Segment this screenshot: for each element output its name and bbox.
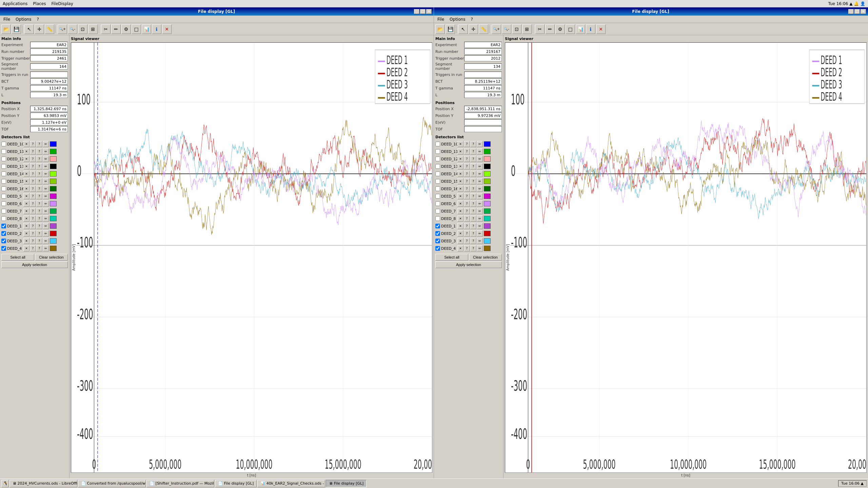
toolbar-cursor-left[interactable]: ↖ — [24, 24, 34, 34]
detector-edit-btn-deed_10-left[interactable]: ✏ — [43, 141, 49, 147]
detector-unknown2-btn-deed_7-left[interactable]: ? — [36, 208, 42, 214]
detector-remove-btn-deed_10-left[interactable]: ✕ — [23, 141, 29, 147]
detector-unknown1-btn-deed_3-left[interactable]: ? — [30, 238, 36, 244]
toolbar-cross-right[interactable]: ✛ — [469, 24, 478, 34]
detector-checkbox-deed_11-left[interactable] — [1, 149, 6, 154]
menu-help-left[interactable]: ? — [35, 17, 40, 22]
detector-checkbox-deed_16-left[interactable] — [1, 186, 6, 191]
detector-checkbox-deed_15-left[interactable] — [1, 179, 6, 184]
detector-color-deed_15-left[interactable] — [50, 179, 57, 184]
detector-remove-btn-deed_15-left[interactable]: ✕ — [23, 178, 29, 184]
detector-checkbox-deed_14-left[interactable] — [1, 171, 6, 176]
detector-checkbox-deed_1-right[interactable] — [435, 224, 440, 228]
detector-checkbox-deed_7-left[interactable] — [1, 209, 6, 214]
detector-color-deed_15-right[interactable] — [484, 179, 491, 184]
detector-checkbox-deed_10-right[interactable] — [435, 142, 440, 146]
detector-edit-btn-deed_2-right[interactable]: ✏ — [477, 230, 483, 237]
detector-unknown1-btn-deed_15-left[interactable]: ? — [30, 178, 36, 184]
detector-color-deed_3-right[interactable] — [484, 238, 491, 244]
detector-unknown2-btn-deed_7-right[interactable]: ? — [470, 208, 476, 214]
taskbar-item-2[interactable]: 📄 [Shifter_Instruction.pdf — Mozilla Fi.… — [146, 480, 214, 487]
detector-remove-btn-deed_14-left[interactable]: ✕ — [23, 171, 29, 177]
detector-remove-btn-deed_3-left[interactable]: ✕ — [23, 238, 29, 244]
detector-remove-btn-deed_1-right[interactable]: ✕ — [457, 223, 463, 229]
app-applications[interactable]: Applications — [3, 1, 27, 6]
detector-unknown1-btn-deed_11-left[interactable]: ? — [30, 148, 36, 155]
detector-checkbox-deed_6-left[interactable] — [1, 201, 6, 206]
apply-selection-btn-right[interactable]: Apply selection — [435, 261, 502, 268]
detector-unknown2-btn-deed_3-left[interactable]: ? — [36, 238, 42, 244]
detector-edit-btn-deed_13-right[interactable]: ✏ — [477, 163, 483, 169]
detector-color-deed_8-right[interactable] — [484, 216, 491, 221]
detector-unknown2-btn-deed_6-right[interactable]: ? — [470, 201, 476, 207]
detector-remove-btn-deed_11-right[interactable]: ✕ — [457, 148, 463, 155]
detector-remove-btn-deed_7-right[interactable]: ✕ — [457, 208, 463, 214]
detector-checkbox-deed_5-right[interactable] — [435, 194, 440, 199]
toolbar-zoomin-right[interactable]: 🔍+ — [492, 24, 501, 34]
detector-checkbox-deed_1-left[interactable] — [1, 224, 6, 228]
detector-color-deed_16-left[interactable] — [50, 186, 57, 191]
toolbar-chart-right[interactable]: 📊 — [576, 24, 585, 34]
detector-edit-btn-deed_13-left[interactable]: ✏ — [43, 163, 49, 169]
detector-checkbox-deed_12-right[interactable] — [435, 157, 440, 161]
detector-unknown2-btn-deed_8-left[interactable]: ? — [36, 216, 42, 222]
detector-unknown1-btn-deed_2-left[interactable]: ? — [30, 230, 36, 237]
detector-unknown2-btn-deed_12-left[interactable]: ? — [36, 156, 42, 162]
detector-color-deed_13-left[interactable] — [50, 164, 57, 169]
detector-color-deed_6-right[interactable] — [484, 201, 491, 206]
detector-remove-btn-deed_12-left[interactable]: ✕ — [23, 156, 29, 162]
menu-help-right[interactable]: ? — [469, 17, 474, 22]
detector-unknown1-btn-deed_13-left[interactable]: ? — [30, 163, 36, 169]
detector-remove-btn-deed_16-left[interactable]: ✕ — [23, 186, 29, 192]
minimize-btn-right[interactable]: _ — [848, 9, 854, 14]
detector-edit-btn-deed_11-right[interactable]: ✏ — [477, 148, 483, 155]
detector-color-deed_10-right[interactable] — [484, 141, 491, 147]
detector-color-deed_4-left[interactable] — [50, 246, 57, 251]
detector-unknown1-btn-deed_1-left[interactable]: ? — [30, 223, 36, 229]
toolbar-close-left[interactable]: ✕ — [162, 24, 172, 34]
detector-edit-btn-deed_2-left[interactable]: ✏ — [43, 230, 49, 237]
detector-unknown1-btn-deed_13-right[interactable]: ? — [464, 163, 470, 169]
detector-unknown2-btn-deed_5-left[interactable]: ? — [36, 193, 42, 199]
maximize-btn-right[interactable]: □ — [854, 9, 860, 14]
detector-remove-btn-deed_10-right[interactable]: ✕ — [457, 141, 463, 147]
detector-unknown2-btn-deed_11-right[interactable]: ? — [470, 148, 476, 155]
detector-unknown2-btn-deed_1-left[interactable]: ? — [36, 223, 42, 229]
titlebar-controls-right[interactable]: _ □ ✕ — [848, 9, 866, 14]
detector-edit-btn-deed_6-right[interactable]: ✏ — [477, 201, 483, 207]
detector-remove-btn-deed_16-right[interactable]: ✕ — [457, 186, 463, 192]
detector-checkbox-deed_16-right[interactable] — [435, 186, 440, 191]
detector-unknown2-btn-deed_4-right[interactable]: ? — [470, 245, 476, 251]
detector-unknown1-btn-deed_12-left[interactable]: ? — [30, 156, 36, 162]
detector-unknown2-btn-deed_14-right[interactable]: ? — [470, 171, 476, 177]
toolbar-settings-left[interactable]: ⚙ — [121, 24, 131, 34]
detector-remove-btn-deed_7-left[interactable]: ✕ — [23, 208, 29, 214]
detector-unknown1-btn-deed_10-right[interactable]: ? — [464, 141, 470, 147]
detector-color-deed_11-right[interactable] — [484, 149, 491, 154]
detector-unknown2-btn-deed_8-right[interactable]: ? — [470, 216, 476, 222]
detector-unknown1-btn-deed_2-right[interactable]: ? — [464, 230, 470, 237]
detector-unknown1-btn-deed_11-right[interactable]: ? — [464, 148, 470, 155]
detector-edit-btn-deed_1-right[interactable]: ✏ — [477, 223, 483, 229]
detector-unknown2-btn-deed_5-right[interactable]: ? — [470, 193, 476, 199]
detector-unknown1-btn-deed_7-right[interactable]: ? — [464, 208, 470, 214]
detector-checkbox-deed_3-right[interactable] — [435, 239, 440, 243]
detector-checkbox-deed_14-right[interactable] — [435, 171, 440, 176]
toolbar-cross-left[interactable]: ✛ — [35, 24, 44, 34]
maximize-btn-left[interactable]: □ — [420, 9, 426, 14]
detector-checkbox-deed_10-left[interactable] — [1, 142, 6, 146]
detector-unknown1-btn-deed_8-right[interactable]: ? — [464, 216, 470, 222]
detector-color-deed_7-right[interactable] — [484, 208, 491, 214]
detector-remove-btn-deed_12-right[interactable]: ✕ — [457, 156, 463, 162]
menu-options-right[interactable]: Options — [448, 17, 467, 22]
detector-edit-btn-deed_4-left[interactable]: ✏ — [43, 245, 49, 251]
detector-unknown1-btn-deed_6-left[interactable]: ? — [30, 201, 36, 207]
detector-remove-btn-deed_13-right[interactable]: ✕ — [457, 163, 463, 169]
close-btn-left[interactable]: ✕ — [426, 9, 432, 14]
detector-checkbox-deed_8-left[interactable] — [1, 216, 6, 221]
detector-unknown1-btn-deed_14-left[interactable]: ? — [30, 171, 36, 177]
toolbar-pencil-left[interactable]: ✏ — [111, 24, 121, 34]
detector-unknown2-btn-deed_1-right[interactable]: ? — [470, 223, 476, 229]
detector-unknown1-btn-deed_12-right[interactable]: ? — [464, 156, 470, 162]
toolbar-zoomfit-right[interactable]: ⊡ — [512, 24, 521, 34]
